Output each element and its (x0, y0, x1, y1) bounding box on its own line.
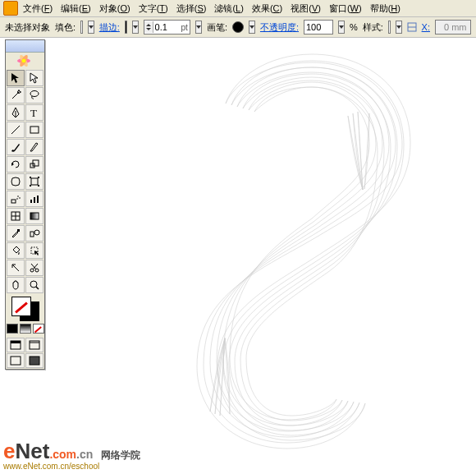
menu-effect[interactable]: 效果(C) (249, 2, 286, 16)
menu-filter[interactable]: 滤镜(L) (211, 2, 246, 16)
stroke-dropdown[interactable] (132, 21, 139, 34)
x-coord-input[interactable] (442, 21, 470, 33)
tool-mesh[interactable] (7, 208, 25, 224)
tool-rotate[interactable] (7, 156, 25, 173)
opacity-link[interactable]: 不透明度: (260, 21, 299, 34)
tool-type[interactable]: T (25, 104, 43, 121)
menu-select[interactable]: 选择(S) (173, 2, 210, 16)
tool-live-paint-bucket[interactable] (7, 242, 25, 259)
tool-pencil[interactable] (25, 139, 43, 155)
watermark: eNet.com.cn 网络学院 www.eNet.com.cn/eschool (3, 439, 140, 471)
color-mode-none[interactable] (33, 324, 44, 334)
brush-label: 画笔: (207, 21, 227, 34)
artwork-letter-s (66, 38, 476, 474)
stroke-weight-unit: pt (181, 23, 190, 32)
tool-hand[interactable] (7, 277, 25, 293)
tool-rectangle[interactable] (25, 122, 43, 138)
stroke-link[interactable]: 描边: (99, 21, 120, 34)
menu-help[interactable]: 帮助(H) (367, 2, 404, 16)
tool-slice[interactable] (7, 260, 25, 276)
svg-rect-56 (11, 341, 21, 343)
svg-point-34 (17, 196, 19, 197)
tool-live-paint-selection[interactable] (25, 242, 43, 259)
watermark-school: 网络学院 (101, 449, 140, 461)
opacity-dropdown[interactable] (338, 21, 345, 34)
watermark-e: e (3, 439, 15, 463)
brush-dropdown[interactable] (249, 21, 255, 34)
tool-scale[interactable] (25, 156, 43, 173)
selection-state: 未选择对象 (5, 21, 50, 34)
tool-selection[interactable] (7, 70, 25, 86)
stroke-weight-input[interactable] (153, 21, 181, 33)
color-mode-solid[interactable] (7, 324, 18, 334)
fill-swatch[interactable] (80, 21, 83, 34)
menu-object[interactable]: 对象(O) (96, 2, 134, 16)
tool-grid: T (6, 69, 44, 294)
style-label: 样式: (363, 21, 383, 34)
stroke-weight-dropdown[interactable] (195, 21, 202, 34)
menu-window[interactable]: 窗口(W) (326, 2, 365, 16)
screen-mode-presentation[interactable] (25, 353, 43, 368)
tool-paintbrush[interactable] (7, 139, 25, 155)
svg-marker-15 (30, 73, 38, 83)
screen-mode-full[interactable] (7, 353, 25, 368)
watermark-cn: .cn (76, 448, 93, 461)
svg-rect-59 (11, 357, 21, 365)
svg-rect-24 (30, 127, 39, 133)
svg-marker-3 (146, 28, 151, 30)
screen-mode-full-menu[interactable] (25, 338, 43, 352)
opacity-input[interactable] (304, 21, 332, 33)
tool-symbol-sprayer[interactable] (7, 191, 25, 207)
tool-eyedropper[interactable] (7, 225, 25, 242)
tool-zoom[interactable] (25, 277, 43, 293)
brush-dot-icon (232, 21, 244, 33)
canvas[interactable] (0, 38, 476, 474)
opacity-field (304, 20, 333, 35)
stroke-weight-field[interactable]: pt (144, 20, 190, 35)
menu-bar: 文件(F) 编辑(E) 对象(O) 文字(T) 选择(S) 滤镜(L) 效果(C… (0, 0, 476, 17)
svg-point-20 (30, 91, 39, 97)
none-icon (81, 21, 82, 33)
svg-rect-32 (38, 185, 39, 186)
fill-stroke-swatches[interactable] (11, 297, 39, 321)
tool-gradient[interactable] (25, 208, 43, 224)
tool-lasso[interactable] (25, 87, 43, 104)
brush-preview[interactable] (232, 21, 244, 33)
fill-dropdown[interactable] (88, 21, 94, 34)
tool-pen[interactable] (7, 104, 25, 121)
svg-point-46 (34, 230, 39, 235)
svg-point-13 (22, 59, 26, 63)
color-mode-gradient[interactable] (20, 324, 31, 334)
svg-line-23 (11, 126, 20, 134)
tool-free-transform[interactable] (25, 173, 43, 190)
tool-panel[interactable]: T (5, 39, 45, 370)
screen-mode-normal[interactable] (7, 338, 25, 352)
style-preview[interactable] (388, 21, 391, 34)
svg-marker-7 (396, 25, 401, 29)
svg-rect-30 (38, 177, 39, 178)
watermark-com: .com (49, 448, 76, 461)
menu-edit[interactable]: 编辑(E) (57, 2, 94, 16)
tool-line-segment[interactable] (7, 122, 25, 138)
svg-text:T: T (30, 107, 37, 118)
menu-file[interactable]: 文件(F) (20, 2, 56, 16)
tool-scissors[interactable] (25, 260, 43, 276)
style-dropdown[interactable] (396, 21, 402, 34)
svg-marker-5 (249, 25, 254, 29)
tool-column-graph[interactable] (25, 191, 43, 207)
svg-rect-43 (30, 213, 39, 219)
x-coord-label[interactable]: X: (422, 22, 430, 32)
svg-marker-4 (196, 25, 201, 29)
svg-marker-2 (146, 24, 151, 26)
tool-warp[interactable] (7, 173, 25, 190)
stroke-swatch[interactable] (125, 21, 127, 34)
tool-direct-selection[interactable] (25, 70, 43, 86)
menu-view[interactable]: 视图(V) (287, 2, 324, 16)
align-icon[interactable] (407, 21, 417, 33)
tool-blend[interactable] (25, 225, 43, 242)
fill-color-swatch[interactable] (11, 297, 31, 316)
menu-type[interactable]: 文字(T) (135, 2, 172, 16)
svg-rect-29 (30, 177, 31, 178)
tool-magic-wand[interactable] (7, 87, 25, 104)
tool-panel-titlebar[interactable] (6, 40, 44, 53)
